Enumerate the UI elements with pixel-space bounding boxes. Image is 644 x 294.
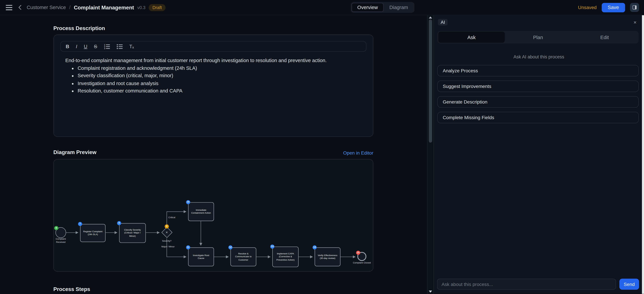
description-paragraph: End-to-end complaint management from ini… bbox=[65, 57, 362, 64]
diagram-start-event[interactable]: 6 bbox=[56, 227, 66, 238]
clear-formatting-icon[interactable]: Tₓ bbox=[129, 44, 134, 49]
step-number-badge: 12 bbox=[228, 245, 232, 249]
app-root: Customer Service / Complaint Management … bbox=[0, 0, 644, 294]
diagram-task-immediate-containment[interactable]: Immediate Containment Action 10 bbox=[188, 202, 214, 221]
menu-icon[interactable] bbox=[5, 4, 13, 11]
bullet-list-icon[interactable] bbox=[116, 44, 123, 49]
close-icon[interactable]: × bbox=[632, 20, 637, 25]
status-badge: Draft bbox=[149, 4, 166, 11]
ask-input[interactable] bbox=[437, 278, 616, 290]
ai-tab-plan[interactable]: Plan bbox=[505, 32, 572, 43]
suggestion-complete-missing-fields[interactable]: Complete Missing Fields bbox=[438, 112, 639, 123]
ai-hint-text: Ask AI about this process bbox=[434, 54, 644, 59]
bullet-item: Investigation and root cause analysis bbox=[78, 80, 362, 87]
tab-overview[interactable]: Overview bbox=[352, 3, 384, 12]
step-number-badge: 7 bbox=[78, 222, 82, 226]
panel-scrollbar[interactable] bbox=[642, 15, 644, 294]
step-number-badge: 8 bbox=[117, 221, 121, 225]
ai-tab-ask[interactable]: Ask bbox=[438, 32, 505, 43]
ai-tabs: Ask Plan Edit bbox=[438, 31, 639, 44]
unsaved-indicator: Unsaved bbox=[578, 5, 596, 10]
suggestion-suggest-improvements[interactable]: Suggest Improvements bbox=[438, 81, 639, 92]
topbar-actions: Unsaved Save bbox=[578, 3, 639, 12]
edge-label-critical: Critical bbox=[168, 216, 175, 219]
description-bullet-list: Complaint registration and acknowledgmen… bbox=[65, 64, 362, 95]
step-number-badge: 14 bbox=[312, 245, 317, 249]
bullet-item: Complaint registration and acknowledgmen… bbox=[78, 64, 362, 72]
svg-text:3: 3 bbox=[104, 47, 105, 49]
description-editor: B I U S 123 Tₓ End-to-end complaint m bbox=[53, 35, 373, 137]
diagram-task-investigate-root-cause[interactable]: Investigate Root Cause 11 bbox=[188, 247, 214, 266]
page-title: Complaint Management bbox=[74, 4, 134, 11]
scroll-down-arrow-icon[interactable] bbox=[429, 290, 432, 292]
description-text[interactable]: End-to-end complaint management from ini… bbox=[60, 52, 366, 95]
main-content: Process Description B I U S 123 Tₓ bbox=[0, 15, 427, 294]
open-in-editor-link[interactable]: Open in Editor bbox=[343, 150, 373, 155]
start-event-label: Complaint Received bbox=[53, 238, 69, 244]
tab-diagram[interactable]: Diagram bbox=[384, 3, 414, 12]
ai-input-row: Send bbox=[434, 278, 644, 294]
version-label: v0.3 bbox=[137, 5, 146, 10]
step-number-badge: 10 bbox=[186, 200, 190, 204]
process-steps-heading: Process Steps bbox=[53, 286, 373, 292]
scrollbar-thumb[interactable] bbox=[429, 19, 432, 143]
end-event-label: Complaint Closed bbox=[350, 261, 373, 265]
content-row: Process Description B I U S 123 Tₓ bbox=[0, 15, 644, 294]
breadcrumb: Customer Service / Complaint Management … bbox=[27, 4, 166, 11]
diagram-gateway-severity[interactable] bbox=[162, 227, 172, 238]
diagram-task-implement-capa[interactable]: Implement CAPA (Corrective & Preventive … bbox=[272, 246, 299, 267]
breadcrumb-parent[interactable]: Customer Service bbox=[27, 5, 66, 10]
underline-icon[interactable]: U bbox=[84, 44, 88, 49]
description-heading: Process Description bbox=[53, 25, 373, 31]
suggestion-generate-description[interactable]: Generate Description bbox=[438, 96, 639, 108]
diagram-heading: Diagram Preview bbox=[53, 149, 96, 155]
ai-panel-header: AI × bbox=[434, 15, 644, 26]
step-number-badge: 9 bbox=[165, 224, 169, 228]
send-button[interactable]: Send bbox=[619, 278, 639, 290]
panel-toggle-button[interactable] bbox=[630, 3, 639, 12]
main-scrollbar[interactable] bbox=[427, 15, 434, 294]
back-chevron-icon[interactable] bbox=[17, 4, 23, 11]
step-number-badge: 6 bbox=[54, 226, 58, 230]
view-toggle: Overview Diagram bbox=[351, 2, 414, 13]
suggestion-analyze-process[interactable]: Analyze Process bbox=[438, 65, 639, 77]
step-number-badge: 15 bbox=[356, 251, 360, 255]
diagram-end-event[interactable]: 15 bbox=[358, 252, 366, 261]
save-button[interactable]: Save bbox=[602, 3, 625, 12]
ai-panel-title: AI bbox=[438, 19, 448, 26]
sidebar-layout-icon bbox=[632, 5, 636, 10]
edge-label-major-minor: Major / Minor bbox=[161, 245, 174, 248]
scroll-up-arrow-icon[interactable] bbox=[429, 17, 432, 19]
bold-icon[interactable]: B bbox=[66, 44, 69, 49]
bullet-item: Resolution, customer communication and C… bbox=[78, 87, 362, 95]
ai-tab-edit[interactable]: Edit bbox=[572, 32, 638, 43]
strikethrough-icon[interactable]: S bbox=[94, 44, 97, 49]
ordered-list-icon[interactable]: 123 bbox=[104, 44, 110, 49]
gateway-question-label: Severity? bbox=[158, 240, 175, 243]
step-number-badge: 13 bbox=[270, 244, 274, 248]
step-number-badge: 11 bbox=[186, 245, 190, 249]
diagram-task-classify-severity[interactable]: Classify Severity (Critical / Major / Mi… bbox=[119, 223, 146, 243]
diagram-preview[interactable]: 6 Complaint Received Register Complaint … bbox=[53, 159, 373, 272]
diagram-task-verify-effectiveness[interactable]: Verify Effectiveness (30-day review) 14 bbox=[314, 247, 340, 266]
italic-icon[interactable]: I bbox=[76, 44, 77, 49]
richtext-toolbar: B I U S 123 Tₓ bbox=[60, 41, 366, 52]
bullet-item: Severity classification (critical, major… bbox=[78, 72, 362, 80]
breadcrumb-separator: / bbox=[69, 5, 70, 10]
diagram-task-register-complaint[interactable]: Register Complaint (24h SLA) 7 bbox=[80, 224, 106, 242]
ai-panel: AI × Ask Plan Edit Ask AI about this pro… bbox=[434, 15, 644, 294]
diagram-task-resolve-communicate[interactable]: Resolve & Communicate to Customer 12 bbox=[230, 247, 256, 266]
topbar: Customer Service / Complaint Management … bbox=[0, 0, 644, 15]
